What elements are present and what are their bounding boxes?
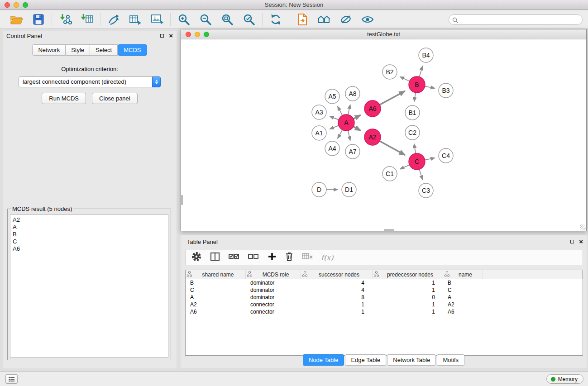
- network-close-icon[interactable]: [186, 32, 191, 37]
- export-document-icon[interactable]: [294, 12, 311, 27]
- tab-select[interactable]: Select: [90, 44, 118, 56]
- node-D1[interactable]: D1: [342, 182, 356, 197]
- node-A3[interactable]: A3: [312, 105, 326, 119]
- edge-B-B2[interactable]: [400, 77, 410, 81]
- result-item[interactable]: A2: [13, 216, 166, 224]
- toggle-details-icon[interactable]: [337, 12, 354, 27]
- node-B1[interactable]: B1: [405, 105, 420, 120]
- close-panel-icon[interactable]: ×: [169, 33, 173, 38]
- edge-A6-B[interactable]: [380, 91, 405, 105]
- node-A2[interactable]: A2: [364, 129, 381, 145]
- eye-icon[interactable]: [359, 12, 376, 27]
- node-B2[interactable]: B2: [382, 65, 397, 79]
- edge-C-C2[interactable]: [414, 144, 416, 154]
- node-C1[interactable]: C1: [382, 167, 397, 181]
- result-item[interactable]: B: [13, 231, 166, 238]
- save-session-icon[interactable]: [30, 12, 47, 27]
- gear-icon[interactable]: [191, 251, 202, 264]
- vertical-scroll-thumb[interactable]: [181, 195, 183, 205]
- result-item[interactable]: C: [13, 238, 166, 245]
- close-window-icon[interactable]: [5, 2, 10, 8]
- network-view[interactable]: B4B2BB3A5A8A6B1A3AA1C2A2A4A7C4CC1C3DD1: [181, 40, 586, 231]
- tab-motifs[interactable]: Motifs: [437, 354, 464, 366]
- edge-A-A7[interactable]: [348, 131, 350, 141]
- tab-edge-table[interactable]: Edge Table: [345, 354, 386, 366]
- tab-network[interactable]: Network: [32, 44, 66, 56]
- minimize-window-icon[interactable]: [14, 2, 19, 8]
- tab-node-table[interactable]: Node Table: [303, 354, 344, 366]
- node-A4[interactable]: A4: [325, 141, 339, 156]
- deselect-all-icon[interactable]: [248, 252, 259, 263]
- edge-A-A2[interactable]: [354, 127, 361, 131]
- refresh-icon[interactable]: [267, 12, 284, 27]
- node-A7[interactable]: A7: [345, 144, 360, 159]
- tab-network-table[interactable]: Network Table: [387, 354, 436, 366]
- column-header-predecessor-nodes[interactable]: predecessor nodes: [373, 270, 443, 279]
- node-C[interactable]: C: [409, 153, 425, 170]
- edge-B-B1[interactable]: [414, 93, 416, 102]
- node-B4[interactable]: B4: [419, 48, 433, 62]
- new-network-icon[interactable]: [105, 12, 122, 27]
- mcds-result-list[interactable]: A2ABCA6: [10, 214, 168, 357]
- edge-B-B3[interactable]: [425, 86, 435, 88]
- edge-A-A8[interactable]: [348, 105, 350, 114]
- edge-A-A6[interactable]: [354, 115, 361, 119]
- table-row[interactable]: Cdominator41C: [186, 286, 583, 294]
- edge-A-A1[interactable]: [330, 125, 339, 129]
- network-minimize-icon[interactable]: [195, 32, 200, 37]
- table-row[interactable]: A6connector11A6: [186, 308, 583, 315]
- edge-B-B4[interactable]: [419, 66, 422, 77]
- zoom-fit-icon[interactable]: [219, 12, 236, 27]
- import-network-icon[interactable]: [57, 12, 74, 27]
- delete-column-icon[interactable]: [285, 251, 294, 264]
- node-A1[interactable]: A1: [312, 126, 326, 140]
- edge-A-A5[interactable]: [338, 106, 343, 115]
- result-item[interactable]: A: [13, 224, 166, 231]
- table-row[interactable]: Adominator80A: [186, 294, 583, 301]
- open-session-icon[interactable]: [8, 12, 25, 27]
- column-header-name[interactable]: name: [443, 270, 483, 279]
- edge-A-A3[interactable]: [330, 116, 339, 120]
- zoom-in-icon[interactable]: [175, 12, 192, 27]
- select-all-icon[interactable]: [228, 252, 240, 263]
- tab-style[interactable]: Style: [66, 44, 90, 56]
- result-item[interactable]: A6: [13, 245, 166, 253]
- close-table-panel-icon[interactable]: ×: [579, 239, 583, 244]
- zoom-selected-icon[interactable]: [240, 12, 258, 27]
- table-row[interactable]: Bdominator41B: [186, 279, 583, 286]
- criterion-dropdown[interactable]: largest connected component (directed): [19, 76, 161, 87]
- resize-grip[interactable]: [580, 224, 586, 230]
- edge-C-C1[interactable]: [400, 165, 410, 169]
- node-A[interactable]: A: [338, 114, 354, 131]
- memory-button[interactable]: Memory: [546, 374, 583, 384]
- show-columns-icon[interactable]: [210, 252, 220, 263]
- run-mcds-button[interactable]: Run MCDS: [42, 93, 86, 104]
- edge-C-C4[interactable]: [425, 158, 435, 160]
- float-panel-icon[interactable]: [160, 34, 164, 38]
- zoom-out-icon[interactable]: [197, 12, 214, 27]
- node-A6[interactable]: A6: [364, 100, 381, 117]
- column-header-successor-nodes[interactable]: successor nodes: [301, 270, 373, 279]
- network-maximize-icon[interactable]: [204, 32, 209, 37]
- new-table-icon[interactable]: [127, 12, 144, 27]
- search-input[interactable]: [449, 14, 583, 25]
- node-C4[interactable]: C4: [439, 148, 453, 163]
- float-table-panel-icon[interactable]: [570, 240, 574, 243]
- column-header-mcds-role[interactable]: MCDS role: [246, 270, 301, 279]
- edge-A2-C[interactable]: [380, 141, 405, 155]
- edge-A-A4[interactable]: [338, 130, 343, 138]
- task-history-button[interactable]: [5, 374, 18, 384]
- table-row[interactable]: A2connector11A2: [186, 301, 583, 308]
- dropdown-stepper-icon[interactable]: [152, 76, 161, 87]
- edge-C-C3[interactable]: [419, 169, 422, 180]
- node-A8[interactable]: A8: [345, 86, 360, 101]
- tab-mcds[interactable]: MCDS: [118, 44, 147, 56]
- horizontal-scroll-thumb[interactable]: [384, 229, 394, 231]
- node-D[interactable]: D: [312, 182, 326, 197]
- node-B3[interactable]: B3: [439, 83, 453, 98]
- node-B[interactable]: B: [409, 76, 425, 93]
- import-table-icon[interactable]: [78, 12, 96, 27]
- export-image-icon[interactable]: [148, 12, 166, 27]
- home-icon[interactable]: [316, 12, 333, 27]
- add-column-icon[interactable]: [267, 252, 277, 263]
